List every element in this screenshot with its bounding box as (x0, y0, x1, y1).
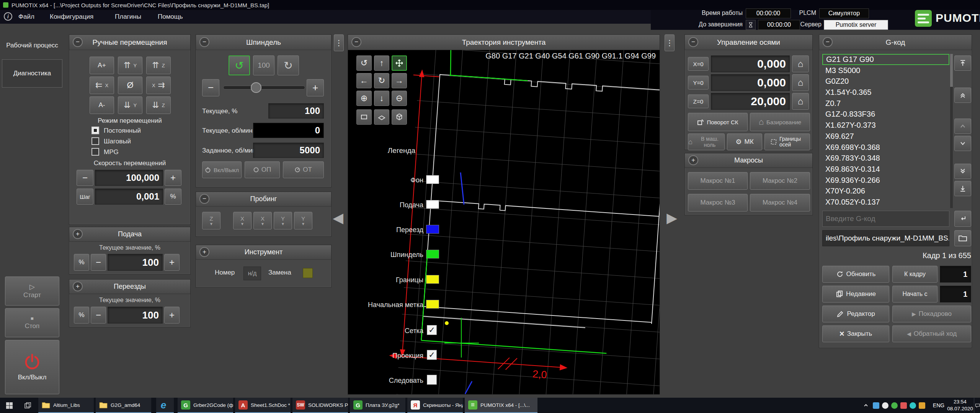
tray-icon-3[interactable] (891, 402, 898, 409)
spindle-slider-knob[interactable] (251, 82, 261, 93)
tray-icon-4[interactable] (900, 402, 907, 409)
taskbar-app-solidworks[interactable]: SW SOLIDWORKS Prem... (292, 398, 348, 413)
grid-checkbox[interactable] (427, 325, 437, 335)
gcode-line[interactable]: X1.54Y-0.365 (822, 87, 949, 98)
jog-a-plus-button[interactable]: A+ (90, 57, 114, 74)
gcode-line[interactable]: G0Z20 (822, 76, 949, 87)
spindle-ot-button[interactable]: ОТ (283, 161, 324, 178)
to-frame-value[interactable]: 1 (940, 266, 971, 283)
y-home-button[interactable]: ⌂ (792, 74, 809, 91)
zoom-out-button[interactable]: ⊖ (392, 91, 407, 106)
jog-center-button[interactable]: Ø (118, 76, 142, 94)
axis-limits-button[interactable]: Границы осей (764, 133, 810, 150)
z-home-button[interactable]: ⌂ (792, 93, 809, 110)
step-mode-button[interactable]: ▶ Покадрово (892, 306, 971, 322)
machine-zero-button[interactable]: ⌂ В маш. ноль (688, 133, 725, 150)
view-top-button[interactable] (374, 109, 389, 125)
projection-checkbox[interactable] (427, 350, 437, 360)
rapids-percent-button[interactable]: % (74, 307, 89, 324)
jog-a-minus-button[interactable]: A- (90, 96, 114, 114)
tray-icon-2[interactable] (882, 402, 889, 409)
collapse-button[interactable]: − (823, 37, 833, 47)
panel-options-right-button[interactable]: ⋮ (665, 34, 675, 51)
reverse-button[interactable]: ◀ Обратный ход (892, 325, 971, 342)
spindle-slider-increase-button[interactable]: + (307, 79, 324, 96)
collapse-button[interactable]: − (688, 37, 698, 47)
gcode-line[interactable]: X1.627Y-0.373 (822, 120, 949, 131)
collapse-button[interactable]: − (351, 37, 361, 47)
gcode-scrollbar-track[interactable] (950, 54, 953, 208)
probe-z-button[interactable]: Z▼ (202, 212, 220, 229)
rotate-cs-button[interactable]: Поворот СК (688, 113, 748, 131)
rotate-ccw-view-button[interactable]: ↺ (356, 55, 372, 71)
y-zero-button[interactable]: Y=0 (688, 76, 709, 89)
expand-button[interactable]: + (73, 229, 83, 239)
send-gcode-button[interactable] (954, 211, 971, 227)
spindle-onoff-button[interactable]: Вкл/Выкл (202, 161, 242, 178)
gcode-line[interactable]: X70.052Y-0.137 (822, 197, 949, 208)
collapse-button[interactable]: − (73, 37, 83, 47)
macro-2-button[interactable]: Макрос №2 (750, 172, 810, 190)
feed-increase-button[interactable]: + (164, 254, 180, 271)
gcode-line-active[interactable]: G21 G17 G90 (822, 54, 949, 65)
tool-change-indicator[interactable] (303, 268, 313, 278)
probe-x2-button[interactable]: X▼ (253, 212, 272, 229)
page-down-button[interactable] (954, 164, 971, 179)
gcode-line[interactable]: X69.936Y-0.266 (822, 175, 949, 186)
feed-decrease-button[interactable]: − (91, 254, 106, 271)
taskbar-app-pumotix-active[interactable]: ≡ PUMOTIX x64 - [...\... (465, 398, 537, 413)
rapids-decrease-button[interactable]: − (91, 307, 106, 324)
tab-workflow[interactable]: Рабочий процесс (2, 34, 62, 56)
jog-y-plus-button[interactable]: ⇈Y (118, 57, 142, 74)
scroll-to-top-button[interactable] (954, 55, 971, 71)
gcode-input[interactable] (822, 211, 949, 227)
feed-percent-button[interactable]: % (74, 254, 89, 271)
recent-button[interactable]: Недавние (822, 286, 889, 302)
macro-3-button[interactable]: Макрос №3 (688, 194, 748, 211)
stop-button[interactable]: ■ Стоп (5, 308, 59, 337)
refresh-button[interactable]: Обновить (822, 266, 889, 283)
task-view-button[interactable] (18, 398, 37, 413)
probe-y2-button[interactable]: Y▼ (294, 212, 312, 229)
probe-x1-button[interactable]: X▼ (233, 212, 252, 229)
start-button[interactable] (0, 398, 18, 413)
jog-z-minus-button[interactable]: ⇊Z (146, 96, 171, 114)
probe-y1-button[interactable]: Y▼ (274, 212, 292, 229)
hourglass-icon[interactable] (746, 20, 756, 30)
mk-button[interactable]: ⚙ МК (727, 133, 762, 150)
spindle-ccw-button[interactable]: ↺ (229, 55, 250, 75)
editor-button[interactable]: Редактор (822, 306, 889, 322)
action-center-button[interactable] (974, 398, 980, 413)
spindle-slider-decrease-button[interactable]: − (202, 79, 219, 96)
jog-x-plus-button[interactable]: X⇉ (146, 76, 171, 94)
page-up-button[interactable] (954, 88, 971, 103)
view-iso-button[interactable] (392, 109, 407, 125)
info-icon[interactable]: i (4, 12, 12, 21)
spindle-op-button[interactable]: ОП (245, 161, 280, 178)
mode-radio-constant[interactable] (91, 127, 99, 134)
expand-button[interactable]: + (688, 155, 698, 165)
menu-file[interactable]: Файл (18, 13, 34, 21)
line-down-button[interactable] (954, 136, 971, 151)
taskbar-app-screenshots[interactable]: Я Скриншоты - Янд... (407, 398, 463, 413)
pan-left-button[interactable]: ← (356, 73, 372, 88)
collapse-left-arrow[interactable]: ◀ (332, 203, 345, 233)
gcode-line[interactable]: X69.698Y-0.368 (822, 142, 949, 153)
spindle-cw-button[interactable]: ↻ (278, 55, 299, 75)
rapids-increase-button[interactable]: + (164, 307, 180, 324)
expand-button[interactable]: + (199, 247, 209, 257)
clock[interactable]: 23:54 08.07.2020 (946, 398, 974, 413)
line-up-button[interactable] (954, 119, 971, 134)
z-zero-button[interactable]: Z=0 (688, 94, 709, 108)
power-button[interactable]: Вкл/Выкл (5, 340, 59, 394)
expand-button[interactable]: + (73, 281, 83, 291)
tab-diagnostics[interactable]: Диагностика (2, 59, 62, 88)
menu-help[interactable]: Помощь (158, 13, 183, 21)
tray-icon-5[interactable] (910, 402, 916, 409)
mode-radio-mpg[interactable] (91, 148, 99, 156)
speed-decrease-button[interactable]: − (77, 170, 93, 186)
pan-right-button[interactable]: → (392, 73, 407, 88)
gcode-line[interactable]: X69.863Y-0.314 (822, 164, 949, 175)
language-indicator[interactable]: ENG (931, 398, 946, 413)
homing-button[interactable]: ⌂ Базирование (750, 113, 810, 131)
